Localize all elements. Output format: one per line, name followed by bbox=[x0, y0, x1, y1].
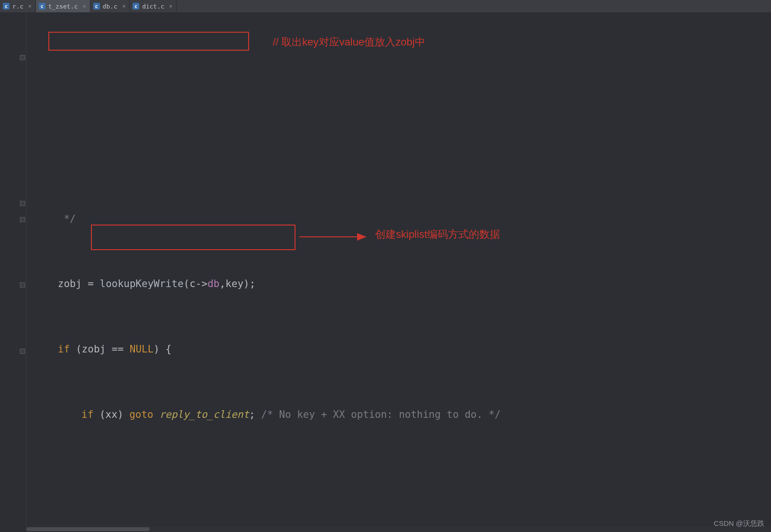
fold-marker-icon[interactable] bbox=[20, 55, 25, 60]
c-file-icon: c bbox=[133, 3, 139, 9]
code-area[interactable]: // 取出key对应value值放入zobj中 创建skiplist编码方式的数… bbox=[27, 12, 771, 532]
annotation-text: 创建skiplist编码方式的数据 bbox=[375, 226, 500, 243]
annotation-box bbox=[48, 32, 249, 51]
tab-label: db.c bbox=[103, 3, 117, 10]
fold-marker-icon[interactable] bbox=[20, 217, 25, 222]
horizontal-scrollbar[interactable] bbox=[27, 526, 771, 532]
annotation-box bbox=[91, 225, 296, 250]
fold-marker-icon[interactable] bbox=[20, 201, 25, 206]
close-icon[interactable]: × bbox=[122, 3, 126, 9]
close-icon[interactable]: × bbox=[82, 3, 86, 9]
c-file-icon: c bbox=[93, 3, 100, 9]
code-line bbox=[27, 471, 771, 487]
code-line: */ bbox=[27, 211, 771, 227]
tab-t-zset-c[interactable]: c t_zset.c × bbox=[36, 0, 90, 12]
code-line: zobj = lookupKeyWrite(c->db,key); bbox=[27, 276, 771, 292]
annotation-text: // 取出key对应value值放入zobj中 bbox=[273, 34, 425, 50]
c-file-icon: c bbox=[3, 3, 9, 9]
code-line: if (zobj == NULL) { bbox=[27, 341, 771, 357]
close-icon[interactable]: × bbox=[169, 3, 172, 9]
editor[interactable]: // 取出key对应value值放入zobj中 创建skiplist编码方式的数… bbox=[0, 12, 771, 532]
tab-r-c[interactable]: c r.c × bbox=[0, 0, 36, 12]
tab-dict-c[interactable]: c dict.c × bbox=[130, 0, 177, 12]
gutter bbox=[0, 12, 27, 532]
arrow-icon bbox=[299, 231, 370, 243]
tab-label: t_zset.c bbox=[48, 3, 78, 10]
code-line: if (xx) goto reply_to_client; /* No key … bbox=[27, 406, 771, 423]
tab-label: r.c bbox=[12, 3, 23, 10]
fold-marker-icon[interactable] bbox=[20, 282, 25, 288]
tab-db-c[interactable]: c db.c × bbox=[90, 0, 130, 12]
close-icon[interactable]: × bbox=[28, 3, 31, 9]
tab-label: dict.c bbox=[142, 3, 164, 10]
fold-marker-icon[interactable] bbox=[20, 349, 25, 354]
tab-bar: c r.c × c t_zset.c × c db.c × c dict.c × bbox=[0, 0, 771, 12]
scrollbar-thumb[interactable] bbox=[27, 527, 150, 531]
watermark: CSDN @沃恁跌 bbox=[714, 519, 764, 528]
c-file-icon: c bbox=[39, 3, 45, 9]
